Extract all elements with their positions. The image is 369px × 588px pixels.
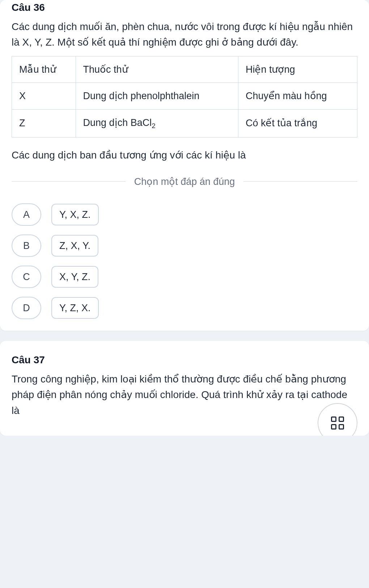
option-value: Z, X, Y.: [51, 235, 98, 257]
table-header-cell: Mẫu thử: [12, 56, 76, 83]
bacl-text: Dung dịch BaCl: [83, 117, 152, 128]
option-b[interactable]: B Z, X, Y.: [12, 234, 357, 257]
bacl-subscript: 2: [152, 122, 156, 130]
option-d[interactable]: D Y, Z, X.: [12, 297, 357, 319]
question-37-text: Trong công nghiệp, kim loại kiềm thổ thư…: [12, 371, 357, 418]
option-value: Y, X, Z.: [51, 204, 99, 225]
table-cell: Z: [12, 109, 76, 137]
question-36-card: Câu 36 Các dung dịch muối ăn, phèn chua,…: [0, 0, 369, 331]
question-37-card: Câu 37 Trong công nghiệp, kim loại kiềm …: [0, 341, 369, 436]
table-cell: X: [12, 83, 76, 110]
table-header-cell: Thuốc thử: [76, 56, 238, 83]
option-letter: B: [12, 234, 41, 257]
options-list: A Y, X, Z. B Z, X, Y. C X, Y, Z. D Y, Z,…: [12, 203, 357, 319]
table-cell: Có kết tủa trắng: [238, 109, 357, 137]
table-header-row: Mẫu thử Thuốc thử Hiện tượng: [12, 56, 357, 83]
table-row: Z Dung dịch BaCl2 Có kết tủa trắng: [12, 109, 357, 137]
option-letter: C: [12, 266, 41, 288]
option-letter: D: [12, 297, 41, 319]
divider-text: Chọn một đáp án đúng: [126, 174, 244, 189]
option-value: Y, Z, X.: [51, 297, 99, 319]
table-header-cell: Hiện tượng: [238, 56, 357, 83]
table-cell: Dung dịch phenolphthalein: [76, 83, 238, 110]
grid-icon: [331, 416, 344, 430]
question-36-subtext: Các dung dịch ban đầu tương ứng với các …: [12, 148, 357, 163]
divider-line-left: [12, 181, 126, 182]
question-37-title: Câu 37: [12, 352, 357, 368]
option-letter: A: [12, 203, 41, 226]
option-a[interactable]: A Y, X, Z.: [12, 203, 357, 226]
table-cell: Chuyển màu hồng: [238, 83, 357, 110]
option-c[interactable]: C X, Y, Z.: [12, 266, 357, 288]
table-cell: Dung dịch BaCl2: [76, 109, 238, 137]
question-36-title: Câu 36: [12, 0, 357, 15]
answer-divider: Chọn một đáp án đúng: [12, 174, 357, 189]
question-36-text: Các dung dịch muối ăn, phèn chua, nước v…: [12, 19, 357, 50]
divider-line-right: [243, 181, 357, 182]
table-row: X Dung dịch phenolphthalein Chuyển màu h…: [12, 83, 357, 110]
option-value: X, Y, Z.: [51, 266, 98, 288]
experiment-table: Mẫu thử Thuốc thử Hiện tượng X Dung dịch…: [12, 56, 357, 138]
